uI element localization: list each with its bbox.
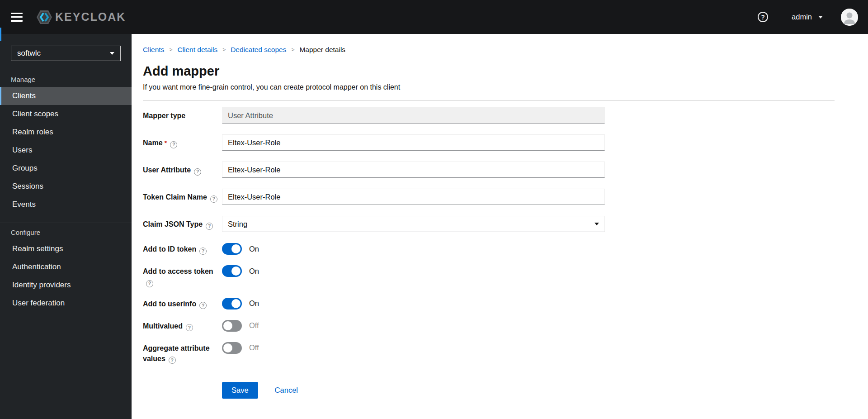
chevron-down-icon	[818, 16, 823, 19]
add-to-id-token-label: Add to ID token?	[143, 243, 222, 255]
switch-row-aggregate-attribute-values: Aggregate attribute values? Off	[143, 342, 857, 364]
multivalued-label: Multivalued?	[143, 320, 222, 332]
help-icon[interactable]: ?	[758, 12, 768, 22]
sidebar-item-groups[interactable]: Groups	[0, 159, 132, 177]
claim-json-type-value: String	[228, 220, 247, 229]
question-circle-icon[interactable]: ?	[210, 195, 217, 203]
sidebar-item-clients[interactable]: Clients	[0, 87, 132, 105]
sidebar-item-sessions[interactable]: Sessions	[0, 177, 132, 195]
form-actions: Save Cancel	[222, 382, 857, 417]
sidebar-item-client-scopes[interactable]: Client scopes	[0, 105, 132, 123]
switch-row-add-to-access-token: Add to access token? On	[143, 265, 857, 287]
brand-text: KEYCLOAK	[55, 10, 126, 24]
token-claim-name-input[interactable]	[222, 189, 605, 205]
sidebar-item-realm-roles[interactable]: Realm roles	[0, 123, 132, 141]
multivalued-toggle[interactable]	[222, 320, 242, 332]
user-attribute-label: User Attribute?	[143, 162, 222, 178]
sidebar-nav: Manage Clients Client scopes Realm roles…	[0, 72, 132, 312]
hamburger-icon[interactable]	[11, 13, 23, 22]
save-button[interactable]: Save	[222, 382, 258, 399]
switch-row-multivalued: Multivalued? Off	[143, 320, 857, 332]
name-input[interactable]	[222, 134, 605, 151]
aggregate-attribute-values-label: Aggregate attribute values?	[143, 342, 222, 364]
divider	[143, 100, 835, 101]
question-circle-icon[interactable]: ?	[206, 223, 213, 230]
realm-name: softwlc	[17, 49, 110, 58]
breadcrumb-link-client-details[interactable]: Client details	[177, 46, 217, 54]
add-to-userinfo-label: Add to userinfo?	[143, 298, 222, 309]
toggle-state-label: On	[249, 299, 259, 308]
toggle-state-label: Off	[249, 321, 259, 330]
claim-json-type-label: Claim JSON Type?	[143, 216, 222, 232]
required-asterisk: *	[165, 139, 167, 147]
add-to-access-token-label: Add to access token?	[143, 265, 222, 287]
field-row-token-claim-name: Token Claim Name?	[143, 189, 857, 205]
token-claim-name-label: Token Claim Name?	[143, 189, 222, 205]
add-to-userinfo-toggle[interactable]	[222, 298, 242, 309]
avatar-icon	[841, 9, 858, 26]
question-circle-icon[interactable]: ?	[199, 248, 207, 255]
main-content: Clients > Client details > Dedicated sco…	[132, 0, 868, 417]
add-to-id-token-toggle[interactable]	[222, 243, 242, 255]
toggle-state-label: On	[249, 245, 259, 253]
keycloak-logo[interactable]: KEYCLOAK	[36, 10, 126, 25]
nav-group-configure: Configure Realm settings Authentication …	[0, 223, 132, 312]
page-title: Add mapper	[143, 64, 857, 79]
user-name: admin	[792, 13, 812, 21]
sidebar-item-user-federation[interactable]: User federation	[0, 294, 132, 312]
switch-row-add-to-id-token: Add to ID token? On	[143, 243, 857, 255]
realm-selector[interactable]: softwlc	[11, 46, 121, 61]
breadcrumb: Clients > Client details > Dedicated sco…	[143, 46, 857, 54]
cancel-link[interactable]: Cancel	[275, 386, 298, 395]
breadcrumb-link-dedicated-scopes[interactable]: Dedicated scopes	[231, 46, 286, 54]
question-circle-icon[interactable]: ?	[186, 324, 193, 331]
question-circle-icon[interactable]: ?	[194, 168, 201, 176]
field-row-claim-json-type: Claim JSON Type? String	[143, 216, 857, 232]
avatar[interactable]	[841, 9, 858, 26]
claim-json-type-select[interactable]: String	[222, 216, 605, 232]
user-attribute-input[interactable]	[222, 162, 605, 178]
masthead: KEYCLOAK ? admin	[0, 0, 868, 34]
select-caret-icon	[594, 223, 599, 225]
breadcrumb-current: Mapper details	[299, 46, 345, 54]
keycloak-logo-icon	[36, 10, 52, 25]
left-accent-bar	[0, 28, 1, 41]
breadcrumb-separator: >	[169, 47, 172, 53]
question-circle-icon[interactable]: ?	[146, 280, 153, 287]
name-label: Name*?	[143, 134, 222, 151]
switch-row-add-to-userinfo: Add to userinfo? On	[143, 298, 857, 309]
aggregate-attribute-values-toggle[interactable]	[222, 342, 242, 354]
sidebar: softwlc Manage Clients Client scopes Rea…	[0, 34, 132, 419]
toggle-state-label: Off	[249, 343, 259, 352]
mapper-form: Mapper type Name*? User Attribute?	[143, 107, 857, 417]
mapper-type-label: Mapper type	[143, 107, 222, 124]
sidebar-item-users[interactable]: Users	[0, 141, 132, 159]
chevron-down-icon	[110, 52, 114, 55]
question-circle-icon[interactable]: ?	[169, 357, 176, 364]
add-to-access-token-toggle[interactable]	[222, 265, 242, 277]
question-circle-icon[interactable]: ?	[199, 302, 207, 309]
nav-group-manage: Manage Clients Client scopes Realm roles…	[0, 72, 132, 214]
user-menu[interactable]: admin	[792, 13, 823, 21]
field-row-user-attribute: User Attribute?	[143, 162, 857, 178]
question-circle-icon[interactable]: ?	[170, 141, 177, 148]
page-subtitle: If you want more fine-grain control, you…	[143, 83, 857, 91]
mapper-type-input	[222, 107, 605, 124]
sidebar-item-authentication[interactable]: Authentication	[0, 258, 132, 276]
breadcrumb-separator: >	[291, 47, 294, 53]
nav-group-title: Configure	[0, 225, 132, 240]
toggle-state-label: On	[249, 267, 259, 276]
nav-group-title: Manage	[0, 72, 132, 87]
sidebar-item-events[interactable]: Events	[0, 195, 132, 214]
sidebar-item-identity-providers[interactable]: Identity providers	[0, 276, 132, 294]
breadcrumb-separator: >	[222, 47, 226, 53]
breadcrumb-link-clients[interactable]: Clients	[143, 46, 164, 54]
field-row-mapper-type: Mapper type	[143, 107, 857, 124]
sidebar-item-realm-settings[interactable]: Realm settings	[0, 240, 132, 258]
field-row-name: Name*?	[143, 134, 857, 151]
